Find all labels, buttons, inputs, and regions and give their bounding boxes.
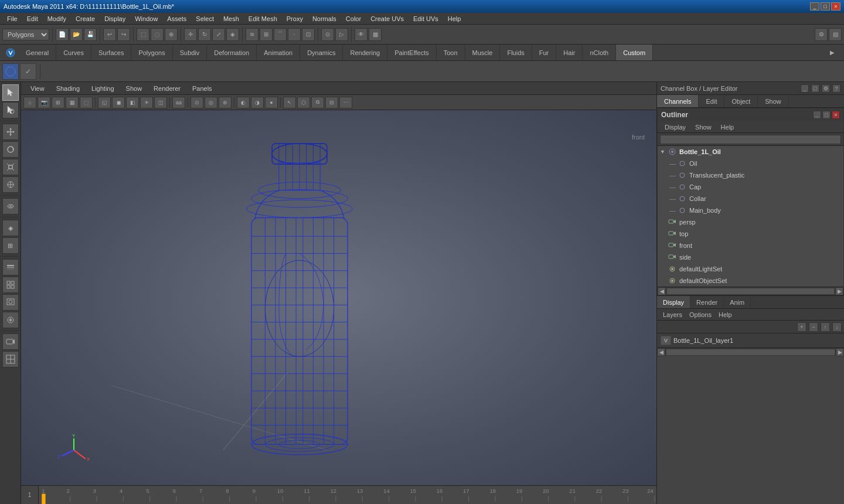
vp-manip-icon[interactable]: ↖ [283, 97, 296, 108]
soft-mod-icon[interactable]: ≋ [246, 28, 258, 41]
select-icon[interactable]: ⬚ [137, 28, 149, 41]
mode-selector[interactable]: Polygons Surfaces Dynamics Rendering Ani… [2, 29, 49, 40]
partition-icon[interactable] [2, 277, 19, 293]
menu-select[interactable]: Select [191, 14, 219, 23]
vp-home-icon[interactable]: ⌂ [23, 97, 36, 108]
paint-icon[interactable]: ⊕ [165, 28, 178, 41]
layers-scroll-left[interactable]: ◀ [657, 348, 665, 356]
viewport-menu-shading[interactable]: Shading [50, 84, 86, 93]
history-icon[interactable]: ⊙ [321, 28, 334, 41]
vp-shadow-icon[interactable]: ◫ [154, 97, 167, 108]
menu-mesh[interactable]: Mesh [219, 14, 244, 23]
menu-color[interactable]: Color [341, 14, 366, 23]
layer-visibility-toggle[interactable]: V [661, 336, 671, 345]
layers-move-down-icon[interactable]: ↓ [832, 322, 842, 332]
soft-select-icon[interactable] [2, 198, 19, 214]
outliner-menu-show[interactable]: Show [690, 122, 716, 132]
outliner-item-translucent[interactable]: — Translucent_plastic [658, 169, 843, 181]
viewport-menu-view[interactable]: View [25, 84, 50, 93]
vp-texture-icon[interactable]: ◧ [126, 97, 139, 108]
lasso-icon[interactable]: ◌ [151, 28, 164, 41]
cb-tab-channels[interactable]: Channels [657, 95, 699, 107]
vp-hyper-icon[interactable]: ⋯ [339, 97, 352, 108]
vp-smooth-icon[interactable]: ◼ [112, 97, 125, 108]
shelf-tab-dynamics[interactable]: Dynamics [300, 45, 343, 60]
shelf-tab-curves[interactable]: Curves [56, 45, 91, 60]
rotate-icon[interactable]: ↻ [198, 28, 211, 41]
shelf-tab-fur[interactable]: Fur [532, 45, 557, 60]
save-icon[interactable]: 💾 [84, 28, 97, 41]
cb-tab-edit[interactable]: Edit [699, 95, 724, 107]
outliner-search-input[interactable] [660, 135, 841, 144]
outliner-menu-help[interactable]: Help [716, 122, 739, 132]
outliner-scroll-left[interactable]: ◀ [658, 287, 666, 295]
redo-icon[interactable]: ↪ [117, 28, 130, 41]
snap-view-icon[interactable]: ⊡ [302, 28, 315, 41]
outliner-menu-display[interactable]: Display [660, 122, 690, 132]
layers-menu-layers[interactable]: Layers [659, 310, 686, 319]
outliner-item-top[interactable]: ▶ top [658, 228, 843, 240]
render-preview-icon[interactable] [2, 294, 19, 311]
layers-menu-help[interactable]: Help [715, 310, 736, 319]
outliner-item-collar[interactable]: — Collar [658, 193, 843, 205]
outliner-item-light-set[interactable]: ▶ defaultLightSet [658, 263, 843, 275]
shelf-tab-painteffects[interactable]: PaintEffects [387, 45, 437, 60]
menu-create-uvs[interactable]: Create UVs [366, 14, 409, 23]
universal-icon[interactable]: ◈ [226, 28, 239, 41]
menu-modify[interactable]: Modify [43, 14, 71, 23]
outliner-item-front[interactable]: ▶ front [658, 240, 843, 251]
vp-object-icon[interactable]: ⬡ [297, 97, 310, 108]
menu-edit[interactable]: Edit [22, 14, 43, 23]
shelf-tab-toon[interactable]: Toon [437, 45, 465, 60]
layers-move-up-icon[interactable]: ↑ [821, 322, 830, 332]
scale-tool-icon[interactable] [2, 159, 19, 175]
outliner-item-oil[interactable]: — Oil [658, 158, 843, 169]
layer-item[interactable]: V Bottle_1L_Oil_layer1 [657, 333, 844, 348]
cb-tab-show[interactable]: Show [758, 95, 789, 107]
layers-scroll-bar[interactable] [666, 349, 835, 355]
maximize-button[interactable]: □ [821, 2, 830, 11]
cb-minimize-btn[interactable]: _ [801, 84, 809, 93]
outliner-item-side[interactable]: ▶ side [658, 251, 843, 263]
shelf-tab-general[interactable]: General [19, 45, 56, 60]
viewport-menu-renderer[interactable]: Renderer [148, 84, 186, 93]
shelf-tab-subdiv[interactable]: Subdiv [173, 45, 207, 60]
vp-multi-icon[interactable]: ⊟ [325, 97, 338, 108]
layer-icon[interactable] [2, 259, 19, 275]
menu-help[interactable]: Help [443, 14, 466, 23]
shelf-tab-ncloth[interactable]: nCloth [583, 45, 616, 60]
prefs-icon[interactable]: ⚙ [815, 28, 828, 41]
layers-menu-options[interactable]: Options [686, 310, 715, 319]
menu-normals[interactable]: Normals [308, 14, 341, 23]
shelf-tab-rendering[interactable]: Rendering [343, 45, 387, 60]
layout-icon-left[interactable] [2, 351, 19, 367]
outliner-close-btn[interactable]: × [832, 111, 840, 119]
layers-scroll-right[interactable]: ▶ [836, 348, 844, 356]
menu-proxy[interactable]: Proxy [282, 14, 308, 23]
vp-aa-icon[interactable]: aa [172, 97, 185, 108]
shelf-tab-polygons[interactable]: Polygons [131, 45, 172, 60]
scale-icon[interactable]: ⤢ [212, 28, 225, 41]
shelf-icon-1[interactable] [2, 63, 19, 80]
layers-add-icon[interactable]: + [797, 322, 806, 332]
new-scene-icon[interactable]: 📄 [56, 28, 69, 41]
vp-prev3-icon[interactable]: ● [265, 97, 278, 108]
outliner-item-cap[interactable]: — Cap [658, 181, 843, 193]
viewport-menu-panels[interactable]: Panels [186, 84, 218, 93]
vp-xray-icon[interactable]: ◎ [205, 97, 217, 108]
outliner-item-main-body[interactable]: — Main_body [658, 205, 843, 216]
outliner-scroll-right[interactable]: ▶ [835, 287, 843, 295]
vp-select-camera-icon[interactable]: 📷 [38, 97, 50, 108]
timeline-ruler[interactable]: 1 2 3 4 5 6 7 8 9 10 11 12 13 14 [39, 486, 656, 504]
vp-prev-icon[interactable]: ◐ [237, 97, 250, 108]
shelf-tab-surfaces[interactable]: Surfaces [91, 45, 131, 60]
outliner-minimize-btn[interactable]: _ [813, 111, 821, 119]
menu-file[interactable]: File [2, 14, 22, 23]
paint-select-icon[interactable] [2, 102, 19, 118]
outliner-item-bottle-group[interactable]: ▼ Bottle_1L_Oil [658, 146, 843, 158]
snap-grid-icon[interactable]: ⊞ [260, 28, 273, 41]
menu-edit-uvs[interactable]: Edit UVs [409, 14, 443, 23]
vp-resolution-icon[interactable]: ⬚ [80, 97, 93, 108]
select-tool-icon[interactable] [2, 84, 19, 101]
snap-point-icon[interactable]: · [288, 28, 301, 41]
